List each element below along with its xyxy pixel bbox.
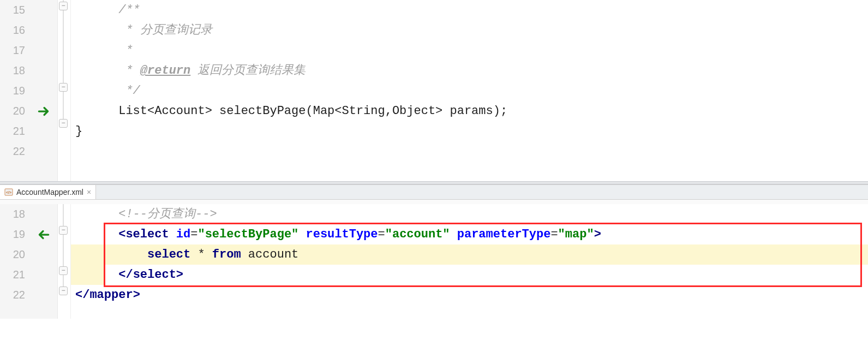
top-editor-pane: 15 16 17 18 19 20 21 22 − − − /** * 分页查询… (0, 0, 868, 181)
code-line[interactable]: /** (71, 0, 868, 20)
code-line[interactable]: <!--分页查询--> (71, 204, 868, 224)
fold-toggle-icon[interactable]: − (59, 83, 68, 92)
code-line[interactable]: select * from account (71, 244, 868, 265)
gutter-java: 15 16 17 18 19 20 21 22 (0, 0, 31, 181)
javadoc-close: */ (118, 84, 140, 98)
fold-toggle-icon[interactable]: − (59, 266, 68, 275)
svg-text:</>: </> (6, 190, 11, 194)
line-number: 15 (0, 0, 31, 20)
faded-top-strip (0, 200, 868, 204)
line-number: 18 (0, 61, 31, 81)
nav-arrow-right-icon[interactable] (35, 101, 52, 121)
code-line[interactable] (71, 141, 868, 162)
code-area-java[interactable]: 15 16 17 18 19 20 21 22 − − − /** * 分页查询… (0, 0, 868, 181)
editor-tab-bar: </> AccountMapper.xml × (0, 184, 868, 200)
attr-resulttype: resultType (306, 228, 378, 241)
marker-column-xml (31, 204, 58, 319)
select-tag-close: select (133, 268, 176, 282)
code-line[interactable]: * 分页查询记录 (71, 20, 868, 40)
line-number: 17 (0, 40, 31, 61)
line-number: 21 (0, 265, 31, 285)
attr-id: id (176, 228, 190, 241)
code-line[interactable]: </mapper> (71, 285, 868, 305)
bottom-editor-pane: 18 19 20 21 22 − − − <!--分页查询--> <select… (0, 200, 868, 319)
javadoc-text: * (118, 44, 133, 57)
gutter-xml: 18 19 20 21 22 (0, 204, 31, 319)
fold-toggle-icon[interactable]: − (59, 2, 68, 10)
line-number: 20 (0, 244, 31, 265)
mapper-tag-close: mapper (89, 288, 133, 302)
code-line[interactable]: List<Account> selectByPage(Map<String,Ob… (71, 101, 868, 121)
brace-close: } (75, 124, 82, 138)
editor-tab[interactable]: </> AccountMapper.xml × (0, 185, 96, 199)
line-number: 22 (0, 285, 31, 305)
code-area-xml[interactable]: 18 19 20 21 22 − − − <!--分页查询--> <select… (0, 204, 868, 319)
method-signature: List<Account> selectByPage(Map<String,Ob… (118, 104, 507, 118)
fold-toggle-icon[interactable]: − (59, 226, 68, 235)
line-number: 19 (0, 81, 31, 101)
fold-column-xml: − − − (58, 204, 71, 319)
val-parametertype: "map" (558, 228, 594, 241)
fold-toggle-icon[interactable]: − (59, 119, 68, 128)
code-line[interactable]: } (71, 121, 868, 141)
code-line[interactable]: */ (71, 81, 868, 101)
val-resulttype: "account" (385, 228, 450, 241)
tab-filename: AccountMapper.xml (16, 188, 83, 196)
line-number: 21 (0, 121, 31, 141)
sql-from-kw: from (212, 248, 241, 261)
javadoc-return-tag: @return (140, 64, 190, 77)
fold-toggle-icon[interactable]: − (59, 287, 68, 295)
javadoc-return-text: 返回分页查询结果集 (190, 64, 306, 77)
javadoc-open: /** (118, 3, 140, 17)
line-number: 20 (0, 101, 31, 121)
line-number: 22 (0, 141, 31, 162)
code-line[interactable]: * (71, 40, 868, 61)
line-number: 16 (0, 20, 31, 40)
code-line[interactable]: <select id="selectByPage" resultType="ac… (71, 224, 868, 244)
code-line[interactable]: * @return 返回分页查询结果集 (71, 61, 868, 81)
attr-parametertype: parameterType (457, 228, 551, 241)
javadoc-text: * 分页查询记录 (118, 23, 212, 37)
fold-column-java: − − − (58, 0, 71, 181)
line-number: 18 (0, 204, 31, 224)
xml-file-icon: </> (4, 188, 13, 196)
tab-close-icon[interactable]: × (87, 188, 91, 196)
sql-select-kw: select (147, 248, 190, 261)
line-number: 19 (0, 224, 31, 244)
nav-arrow-left-icon[interactable] (35, 224, 52, 244)
select-tag-open: select (125, 228, 169, 241)
val-id: "selectByPage" (197, 228, 298, 241)
code-line[interactable]: </select> (71, 265, 868, 285)
code-content-java[interactable]: /** * 分页查询记录 * * @return 返回分页查询结果集 */ Li… (71, 0, 868, 181)
marker-column-java (31, 0, 58, 181)
xml-comment: <!--分页查询--> (118, 207, 217, 221)
code-content-xml[interactable]: <!--分页查询--> <select id="selectByPage" re… (71, 204, 868, 319)
sql-table: account (241, 248, 299, 261)
